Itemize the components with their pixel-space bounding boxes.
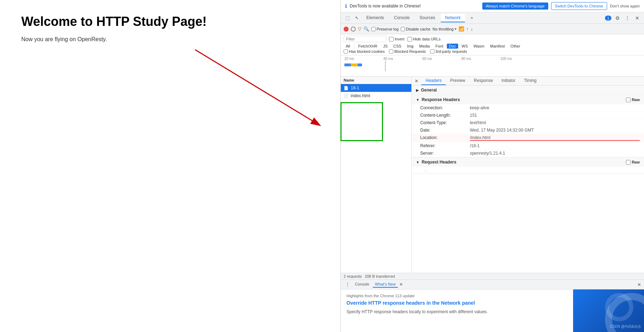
settings-icon[interactable]: ⚙ xyxy=(614,14,621,22)
close-headers-button[interactable]: ✕ xyxy=(412,77,421,85)
throttling-select-wrapper: No throttling ▾ xyxy=(433,27,456,31)
file-name-18-1: 18-1 xyxy=(351,85,359,90)
headers-tab-initiator[interactable]: Initiator xyxy=(497,77,520,85)
third-party-label[interactable]: 3rd-party requests xyxy=(430,49,467,54)
filter-type-other[interactable]: Other xyxy=(509,44,523,49)
raw-checkbox[interactable] xyxy=(626,98,631,102)
file-item-index-html[interactable]: 📄 index.html xyxy=(341,92,411,100)
more-options-icon[interactable]: ⋮ xyxy=(623,14,631,22)
hide-data-urls-checkbox[interactable] xyxy=(407,37,412,42)
has-blocked-cookies-checkbox[interactable] xyxy=(344,49,348,54)
filter-type-doc[interactable]: Doc xyxy=(447,44,458,49)
console-tab-button[interactable]: Console xyxy=(353,281,371,288)
header-val-date: Wed, 17 May 2023 14:32:00 GMT xyxy=(470,128,640,133)
whats-new-tab-button[interactable]: What's New xyxy=(373,281,398,288)
bottom-menu-icon[interactable]: ⋮ xyxy=(344,281,351,288)
stop-button[interactable] xyxy=(351,27,356,32)
header-key-content-type: Content-Type: xyxy=(420,120,470,125)
request-raw-checkbox-wrapper: Raw xyxy=(626,160,640,165)
header-row-referer: Referer: /18-1 xyxy=(412,142,644,150)
tab-sources[interactable]: Sources xyxy=(415,14,439,22)
close-bottom-right-button[interactable]: ✕ xyxy=(637,282,641,287)
circle-decoration-small xyxy=(605,293,633,321)
filter-type-font[interactable]: Font xyxy=(433,44,445,49)
split-content-area: Name 📄 18-1 📄 index.html ✕ Headers Previ… xyxy=(341,77,644,273)
ruler-20ms: 20 ms xyxy=(344,57,383,61)
header-key-date: Date: xyxy=(420,128,470,133)
headers-tab-headers[interactable]: Headers xyxy=(421,77,446,85)
file-list-items: 📄 18-1 📄 index.html xyxy=(341,84,411,273)
timeline-vline xyxy=(385,61,385,71)
close-devtools-icon[interactable]: ✕ xyxy=(633,14,641,22)
header-row-content-length: Content-Length: 151 xyxy=(412,112,644,119)
filter-type-img[interactable]: Img xyxy=(405,44,416,49)
header-key-server: Server: xyxy=(420,151,470,156)
headers-tab-timing[interactable]: Timing xyxy=(520,77,541,85)
filter-icon[interactable]: ▽ xyxy=(358,26,361,32)
preserve-log-checkbox[interactable] xyxy=(371,27,376,31)
general-section-title[interactable]: ▶ General xyxy=(412,85,644,95)
match-language-button[interactable]: Always match Chrome's language xyxy=(482,2,548,10)
switch-chinese-button[interactable]: Switch DevTools to Chinese xyxy=(551,2,607,10)
record-button[interactable] xyxy=(344,27,349,32)
raw-checkbox-wrapper: Raw xyxy=(626,98,640,102)
filter-type-css[interactable]: CSS xyxy=(391,44,404,49)
ruler-100ms: 100 ms xyxy=(500,57,539,61)
close-bottom-button[interactable]: ✕ xyxy=(399,282,403,287)
third-party-checkbox[interactable] xyxy=(430,49,434,54)
filter-input[interactable] xyxy=(344,36,386,42)
response-headers-title[interactable]: ▼ Response Headers Raw xyxy=(412,95,644,104)
headers-tab-preview[interactable]: Preview xyxy=(446,77,470,85)
request-raw-checkbox[interactable] xyxy=(626,160,631,165)
disable-cache-checkbox[interactable] xyxy=(401,27,405,31)
devtools-bottom: ⋮ Console What's New ✕ ✕ Highlights from… xyxy=(341,280,644,332)
timeline-area: 20 ms 40 ms 60 ms 80 ms 100 ms xyxy=(341,55,644,77)
filter-type-manifest[interactable]: Manifest xyxy=(488,44,507,49)
filter-row-2: Has blocked cookies Blocked Requests 3rd… xyxy=(344,49,641,54)
filter-type-js[interactable]: JS xyxy=(381,44,390,49)
wifi-icon: 📶 xyxy=(459,26,464,32)
filter-type-media[interactable]: Media xyxy=(417,44,432,49)
tab-elements[interactable]: Elements xyxy=(362,14,388,22)
network-toolbar: ▽ 🔍 Preserve log Disable cache No thrott… xyxy=(341,24,644,34)
raw-label: Raw xyxy=(632,98,640,102)
filter-type-fetch[interactable]: Fetch/XHR xyxy=(356,44,379,49)
has-blocked-cookies-label[interactable]: Has blocked cookies xyxy=(344,49,385,54)
header-key-location: Location: xyxy=(420,135,470,141)
tab-console[interactable]: Console xyxy=(390,14,414,22)
dont-show-link[interactable]: Don't show again xyxy=(610,4,640,8)
header-val-location: /index.html xyxy=(470,135,640,141)
disable-cache-label[interactable]: Disable cache xyxy=(401,27,431,31)
preserve-log-label[interactable]: Preserve log xyxy=(371,27,399,31)
filter-type-all[interactable]: All xyxy=(344,44,352,49)
invert-checkbox[interactable] xyxy=(389,37,394,42)
headers-tab-response[interactable]: Response xyxy=(470,77,497,85)
request-headers-title[interactable]: ▼ Request Headers Raw xyxy=(412,157,644,167)
search-icon[interactable]: 🔍 xyxy=(363,26,369,32)
filter-bar: Invert Hide data URLs All | Fetch/XHR JS… xyxy=(341,34,644,55)
requests-size: 208 B transferred xyxy=(365,274,395,278)
tab-more[interactable]: » xyxy=(466,14,477,22)
requests-count: 2 requests xyxy=(344,274,362,278)
ruler-80ms: 80 ms xyxy=(461,57,500,61)
inspect-icon[interactable]: ↖ xyxy=(353,14,361,22)
status-bar: 2 requests 208 B transferred xyxy=(341,273,644,280)
hide-data-urls-label[interactable]: Hide data URLs xyxy=(407,37,441,42)
notification-text: DevTools is now available in Chinese! xyxy=(350,4,479,9)
invert-label[interactable]: Invert xyxy=(389,37,405,42)
throttling-select[interactable]: No throttling xyxy=(433,27,454,31)
info-icon: ℹ xyxy=(345,3,347,9)
filter-type-wasm[interactable]: Wasm xyxy=(471,44,487,49)
header-row-connection: Connection: keep-alive xyxy=(412,104,644,112)
filter-type-ws[interactable]: WS xyxy=(460,44,470,49)
tab-network[interactable]: Network xyxy=(441,14,465,22)
blocked-requests-label[interactable]: Blocked Requests xyxy=(389,49,426,54)
blocked-requests-checkbox[interactable] xyxy=(389,49,393,54)
bottom-panel-content: Highlights from the Chrome 113 update Ov… xyxy=(341,289,644,332)
device-toolbar-icon[interactable]: ⬚ xyxy=(344,14,351,22)
request-headers-truncated: ... xyxy=(412,167,644,173)
throttle-dropdown-arrow: ▾ xyxy=(455,27,456,31)
header-val-connection: keep-alive xyxy=(470,105,640,110)
file-list-header: Name xyxy=(341,77,411,84)
file-item-18-1[interactable]: 📄 18-1 xyxy=(341,84,411,92)
